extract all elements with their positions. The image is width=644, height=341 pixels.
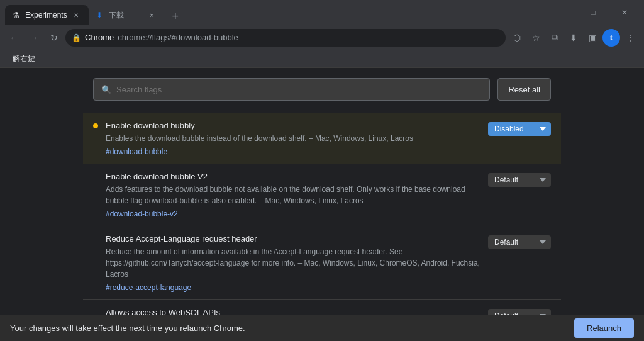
site-name: Chrome [85,33,114,42]
flag-desc-download-bubble: Enables the download bubble instead of t… [106,133,480,144]
split-view-icon[interactable]: ▣ [584,29,601,47]
url-display: chrome://flags/#download-bubble [118,33,238,42]
flag-select-download-bubble[interactable]: DefaultEnabledDisabled [488,122,551,136]
flag-select-web-sql-access[interactable]: DefaultEnabledDisabled [488,309,551,315]
bottom-message: Your changes will take effect the next t… [10,323,245,333]
forward-button[interactable]: → [25,29,43,47]
extensions-icon[interactable]: ⧉ [546,29,564,47]
flag-desc-reduce-accept-language: Reduce the amount of information availab… [106,246,480,280]
titlebar: ⚗ Experiments ✕ ⬇ 下載 ✕ + ─ □ ✕ [0,0,644,25]
flag-select-reduce-accept-language[interactable]: DefaultEnabledDisabled [488,235,551,249]
refresh-button[interactable]: ↻ [45,29,63,47]
flag-link-download-bubble-v2[interactable]: #download-bubble-v2 [106,210,178,218]
flag-name-reduce-accept-language: Reduce Accept-Language request header [106,234,480,243]
flag-info-web-sql-access: Allows access to WebSQL APIsThe WebSQL A… [106,308,480,315]
new-tab-button[interactable]: + [167,8,184,25]
window-controls: ─ □ ✕ [547,3,639,23]
tab-experiments[interactable]: ⚗ Experiments ✕ [5,5,89,25]
flag-control-web-sql-access: DefaultEnabledDisabled [488,309,551,315]
flag-control-download-bubble-v2: DefaultEnabledDisabled [488,173,551,187]
tab-experiments-close[interactable]: ✕ [71,10,81,20]
cast-icon[interactable]: ⬡ [508,29,526,47]
tab-downloads-close[interactable]: ✕ [147,10,157,20]
flag-dot-web-sql-access [93,310,98,315]
relaunch-button[interactable]: Relaunch [574,318,634,338]
flag-dot-download-bubble [93,123,98,128]
flag-item-download-bubble-v2: Enable download bubble V2Adds features t… [83,164,561,226]
maximize-button[interactable]: □ [579,3,608,23]
tabs-area: ⚗ Experiments ✕ ⬇ 下載 ✕ + [5,0,547,25]
search-icon: 🔍 [101,85,111,94]
flag-name-download-bubble: Enable download bubbly [106,121,480,130]
flag-name-download-bubble-v2: Enable download bubble V2 [106,172,480,181]
flag-info-reduce-accept-language: Reduce Accept-Language request headerRed… [106,234,480,292]
search-box[interactable]: 🔍 [93,78,490,101]
flag-info-download-bubble-v2: Enable download bubble V2Adds features t… [106,172,480,218]
flag-select-download-bubble-v2[interactable]: DefaultEnabledDisabled [488,173,551,187]
flag-info-download-bubble: Enable download bubblyEnables the downlo… [106,121,480,156]
more-button[interactable]: ⋮ [621,29,639,47]
tab-experiments-label: Experiments [25,11,67,20]
flag-control-reduce-accept-language: DefaultEnabledDisabled [488,235,551,249]
reset-all-button[interactable]: Reset all [497,78,551,101]
downloads-favicon: ⬇ [96,11,105,20]
site-security-icon: 🔒 [72,33,81,42]
flag-dot-reduce-accept-language [93,237,98,242]
flag-name-web-sql-access: Allows access to WebSQL APIs [106,308,480,315]
flag-dot-download-bubble-v2 [93,174,98,179]
close-button[interactable]: ✕ [610,3,639,23]
flags-list: Enable download bubblyEnables the downlo… [83,113,561,315]
bookmark-item-jieyrjian[interactable]: 解右鍵 [8,52,40,65]
bookmark-item-label: 解右鍵 [13,53,35,64]
flag-link-reduce-accept-language[interactable]: #reduce-accept-language [106,283,191,292]
tab-downloads[interactable]: ⬇ 下載 ✕ [89,5,164,25]
flag-control-download-bubble: DefaultEnabledDisabled [488,122,551,136]
flags-container: 🔍 Reset all Enable download bubblyEnable… [83,68,561,315]
search-input[interactable] [116,85,482,94]
page-content: 🔍 Reset all Enable download bubblyEnable… [0,68,644,315]
back-button[interactable]: ← [5,29,23,47]
toolbar-icons: ⬡ ☆ ⧉ ⬇ ▣ t ⋮ [508,29,639,47]
flag-desc-download-bubble-v2: Adds features to the download bubble not… [106,184,480,206]
flag-link-download-bubble[interactable]: #download-bubble [106,147,167,156]
address-bar-row: ← → ↻ 🔒 Chrome chrome://flags/#download-… [0,25,644,50]
flag-item-download-bubble: Enable download bubblyEnables the downlo… [83,113,561,164]
search-row: 🔍 Reset all [83,78,561,101]
experiments-favicon: ⚗ [13,11,21,20]
tab-downloads-label: 下載 [109,10,143,21]
bookmark-icon[interactable]: ☆ [527,29,545,47]
flag-item-reduce-accept-language: Reduce Accept-Language request headerRed… [83,226,561,300]
bookmarks-bar: 解右鍵 [0,50,644,68]
flag-item-web-sql-access: Allows access to WebSQL APIsThe WebSQL A… [83,300,561,315]
bottom-bar: Your changes will take effect the next t… [0,315,644,341]
minimize-button[interactable]: ─ [547,3,576,23]
profile-button[interactable]: t [602,29,620,47]
download-icon[interactable]: ⬇ [565,29,582,47]
address-bar[interactable]: 🔒 Chrome chrome://flags/#download-bubble [65,29,506,47]
